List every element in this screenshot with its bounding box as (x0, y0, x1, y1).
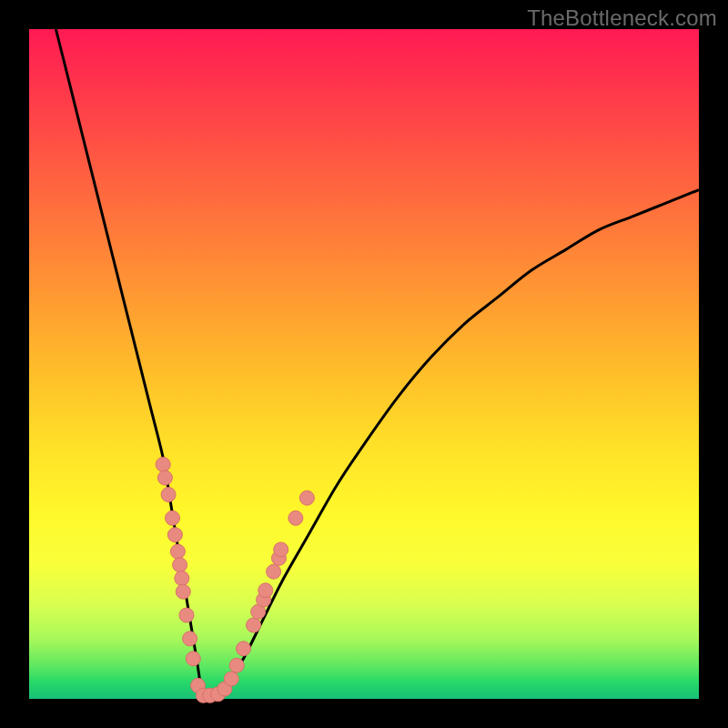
curve-marker (274, 542, 288, 557)
curve-marker (167, 528, 182, 542)
curve-marker (258, 583, 273, 598)
curve-marker (186, 652, 200, 666)
curve-marker (161, 488, 176, 502)
curve-marker (229, 658, 244, 672)
bottleneck-curve (56, 29, 699, 702)
curve-marker (170, 544, 185, 559)
watermark-text: TheBottleneck.com (527, 5, 717, 31)
curve-marker (166, 511, 180, 525)
curve-marker (157, 470, 172, 485)
curve-marker (173, 558, 187, 572)
curve-marker (224, 672, 238, 686)
curve-marker (237, 642, 251, 656)
curve-marker (179, 608, 194, 622)
curve-markers (156, 457, 314, 703)
curve-svg (29, 29, 699, 699)
curve-marker (183, 632, 197, 646)
curve-marker (156, 457, 170, 471)
chart-stage: TheBottleneck.com (0, 0, 728, 728)
curve-marker (267, 564, 281, 579)
curve-marker (247, 618, 261, 632)
curve-marker (288, 511, 303, 525)
curve-marker (176, 584, 190, 599)
plot-area (29, 29, 699, 699)
curve-marker (175, 571, 189, 586)
curve-marker (299, 490, 314, 505)
